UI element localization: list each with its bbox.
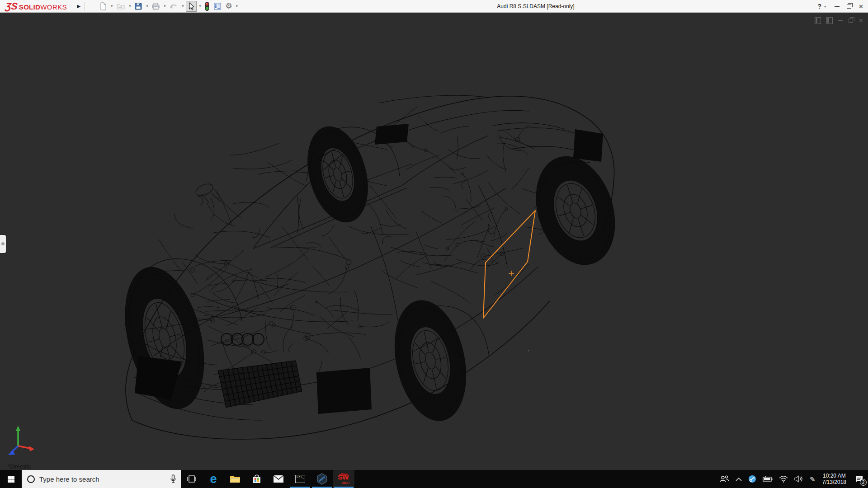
appearance-filter-button[interactable] [203,1,211,12]
people-icon [719,475,729,483]
minimize-button[interactable] [835,6,840,7]
undo-caret[interactable]: ▾ [180,4,185,8]
edge-button[interactable]: e [203,470,224,488]
document-title: Audi R8 S.SLDASM [Read-only] [497,3,574,9]
new-document-button[interactable] [98,1,108,12]
microphone-icon [170,474,176,483]
reference-triad [8,426,34,455]
close-button[interactable]: ✕ [859,4,863,9]
clock-date: 7/13/2018 [822,479,846,485]
task-view-button[interactable] [181,470,203,488]
new-document-icon [99,2,107,10]
properties-list-button[interactable] [212,1,223,12]
brand-works: WORKS [40,3,67,11]
chevron-up-icon [736,477,742,481]
title-bar: ƷS SOLID WORKS ▶ ▾ ▾ [0,0,868,13]
start-button[interactable] [0,470,22,488]
wireframe-car-scene [0,13,868,470]
graphics-viewport[interactable]: ✕ *Dimetric [0,13,868,470]
hidden-icons-button[interactable] [732,470,745,488]
quick-access-toolbar: ▾ ▾ ▾ ▾ [98,1,239,12]
open-button[interactable] [115,1,127,12]
menu-flyout-button[interactable]: ▶ [75,1,83,11]
help-icon: ? [818,3,822,10]
sw-year: 2017 [342,481,350,485]
options-caret[interactable]: ▾ [235,4,239,8]
command-prompt-icon: C:\_ [295,475,305,483]
battery-button[interactable] [760,470,776,488]
solidworks-logo[interactable]: ƷS SOLID WORKS [0,1,71,11]
taskbar: e C: [0,470,868,488]
new-document-caret[interactable]: ▾ [109,4,114,8]
undo-button[interactable] [168,1,179,12]
dark-body-fills [135,124,603,414]
flyout-arrow-icon: ▶ [77,4,81,9]
command-prompt-button[interactable]: C:\_ [289,470,311,488]
mail-icon [273,475,284,483]
view-orientation-label: *Dimetric [7,463,31,470]
document-restore-button[interactable] [849,19,853,23]
separator [84,2,85,11]
print-button[interactable] [150,1,161,12]
document-minimize-button[interactable] [838,20,843,21]
undo-arrow-icon [169,2,178,10]
save-caret[interactable]: ▾ [145,4,149,8]
solidworks-2017-icon: SW 2017 [337,473,350,485]
wifi-button[interactable] [776,470,791,488]
solidworks-button[interactable]: SW 2017 [333,470,354,488]
help-caret: ▾ [823,5,827,9]
hex-tool-button[interactable] [311,470,333,488]
windows-ink-button[interactable]: ✎ [807,470,819,488]
separator [73,2,73,11]
feature-pane-toggle-icon[interactable] [815,17,821,24]
clock[interactable]: 10:20 AM 7/13/2018 [819,473,850,485]
taskbar-apps: e C: [181,470,354,488]
store-button[interactable] [246,470,268,488]
system-tray: ✎ 10:20 AM 7/13/2018 2 [716,470,868,488]
clock-time: 10:20 AM [823,473,846,479]
people-button[interactable] [716,470,732,488]
options-button[interactable]: ⚙ [224,1,233,12]
wifi-icon [779,476,788,483]
security-key-icon [748,475,756,483]
save-button[interactable] [133,1,144,12]
hex-tool-icon [316,473,328,485]
window-controls: ? ▾ ✕ [818,0,863,13]
edge-icon: e [210,473,217,485]
print-caret[interactable]: ▾ [162,4,167,8]
document-close-button[interactable]: ✕ [859,18,863,23]
taskbar-search[interactable] [22,470,181,488]
command-prompt-text: C:\_ [297,476,304,479]
notification-badge: 2 [860,479,867,486]
open-caret[interactable]: ▾ [127,4,132,8]
properties-list-icon [213,2,222,10]
select-tool-button[interactable] [186,1,197,12]
solidworks-logo-icon: ƷS [5,1,18,11]
battery-charging-icon [763,476,773,482]
select-tool-caret[interactable]: ▾ [198,4,202,8]
display-pane-toggle-icon[interactable] [826,17,833,24]
cortana-icon[interactable] [27,475,35,483]
task-view-icon [187,474,197,483]
action-center-button[interactable]: 2 [850,470,868,488]
feature-manager-collapsed-tab[interactable] [0,235,6,253]
security-key-button[interactable] [745,470,760,488]
mail-button[interactable] [268,470,289,488]
speaker-icon [794,475,803,483]
sw-letters: SW [338,474,349,480]
search-input[interactable] [39,475,165,483]
file-explorer-icon [230,474,241,483]
help-button[interactable]: ? ▾ [818,3,828,10]
select-cursor-icon [187,2,195,11]
store-icon [252,474,261,484]
pen-icon: ✎ [810,476,816,483]
brand-solid: SOLID [19,3,40,11]
microphone-button[interactable] [165,474,181,483]
volume-button[interactable] [791,470,807,488]
print-icon [151,2,160,10]
save-floppy-icon [134,2,142,10]
selected-face-highlight [483,211,535,318]
audi-rings [221,333,264,345]
restore-button[interactable] [847,5,851,9]
file-explorer-button[interactable] [224,470,246,488]
